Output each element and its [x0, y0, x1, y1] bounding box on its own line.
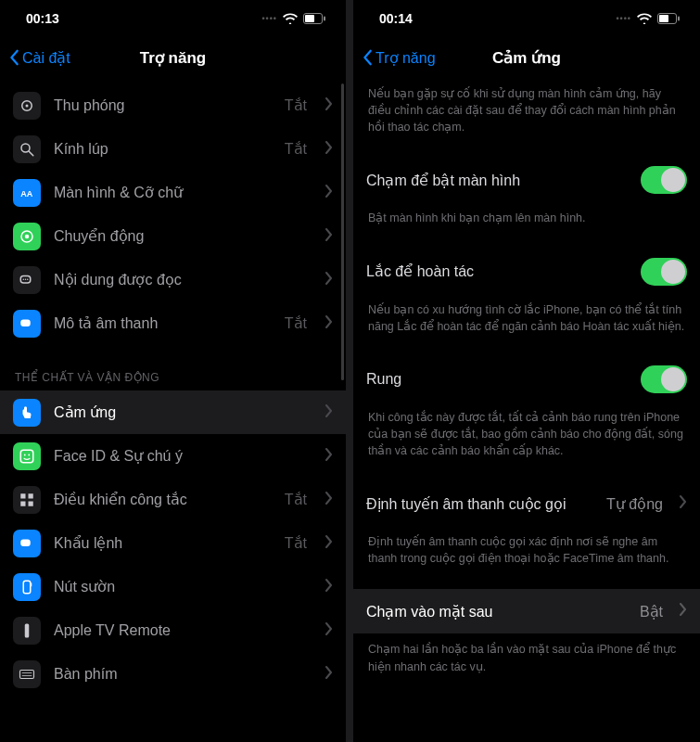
setting-row-zoom[interactable]: Thu phóngTắt: [0, 83, 346, 127]
scrollbar[interactable]: [341, 83, 344, 380]
svg-point-4: [26, 104, 29, 107]
svg-rect-31: [678, 17, 680, 21]
settings-list: Thu phóngTắtKính lúpTắtAAMàn hình & Cỡ c…: [0, 78, 346, 696]
svg-line-6: [29, 151, 33, 156]
svg-rect-18: [20, 493, 25, 498]
back-button[interactable]: Cài đặt: [9, 49, 70, 67]
switch-icon: [13, 486, 41, 514]
chevron-left-icon: [9, 49, 20, 66]
setting-row-face[interactable]: Face ID & Sự chú ý: [0, 434, 346, 478]
row-label: Kính lúp: [54, 141, 272, 158]
chevron-right-icon: [680, 495, 687, 512]
speech-icon: [13, 266, 41, 294]
chevron-right-icon: [325, 492, 333, 508]
setting-row-aa[interactable]: AAMàn hình & Cỡ chữ: [0, 171, 346, 214]
row-label: Chuyển động: [54, 227, 312, 245]
setting-row-speech[interactable]: Nội dung được đọc: [0, 258, 346, 301]
row-label: Mô tả âm thanh: [54, 314, 272, 332]
keyboard-icon: [13, 660, 41, 688]
chevron-right-icon: [325, 228, 333, 245]
svg-rect-14: [20, 319, 31, 326]
row-label: Face ID & Sự chú ý: [54, 447, 312, 465]
call-audio-routing-description: Định tuyến âm thanh cuộc gọi xác định nơ…: [353, 526, 700, 576]
vibration-label: Rung: [366, 371, 630, 388]
intro-description: Nếu bạn gặp sự cố khi sử dụng màn hình c…: [353, 78, 700, 145]
back-tap-row[interactable]: Chạm vào mặt sau Bật: [353, 589, 700, 633]
vibration-row[interactable]: Rung: [353, 357, 700, 402]
chevron-right-icon: [325, 535, 333, 552]
back-tap-label: Chạm vào mặt sau: [366, 603, 629, 620]
cellular-icon: ••••: [261, 14, 277, 23]
chevron-right-icon: [325, 97, 333, 114]
nav-bar: Cài đặt Trợ năng: [0, 37, 346, 78]
row-label: Điều khiển công tắc: [54, 491, 272, 508]
vibration-description: Khi công tắc này được tắt, tất cả cảnh b…: [353, 402, 700, 468]
svg-rect-15: [20, 450, 33, 463]
accessibility-settings-screen: 00:13 •••• Cài đặt Trợ năng Thu phóngTắt…: [0, 0, 346, 742]
row-value: Tắt: [285, 314, 307, 332]
section-header-physical: THỂ CHẤT VÀ VẬN ĐỘNG: [0, 345, 346, 390]
row-label: Nội dung được đọc: [54, 271, 312, 288]
svg-rect-23: [23, 581, 31, 594]
call-audio-routing-value: Tự động: [606, 495, 663, 513]
svg-rect-24: [31, 582, 32, 586]
chevron-left-icon: [363, 49, 374, 66]
svg-rect-26: [20, 670, 34, 678]
svg-rect-25: [25, 623, 30, 637]
touch-settings-screen: 00:14 •••• Trợ năng Cảm ứng Nếu bạn gặp …: [353, 0, 700, 742]
chevron-right-icon: [325, 272, 333, 288]
shake-undo-description: Nếu bạn có xu hướng tình cờ lắc iPhone, …: [353, 294, 700, 344]
shake-undo-row[interactable]: Lắc để hoàn tác: [353, 249, 700, 294]
status-bar: 00:13 ••••: [0, 0, 346, 37]
audiodesc-icon: [13, 310, 41, 338]
back-label: Trợ năng: [375, 49, 436, 67]
setting-row-voice[interactable]: Khẩu lệnhTắt: [0, 521, 346, 565]
tap-to-wake-toggle[interactable]: [641, 166, 687, 194]
tap-to-wake-row[interactable]: Chạm để bật màn hình: [353, 158, 700, 202]
row-label: Thu phóng: [54, 97, 272, 114]
svg-point-17: [28, 454, 30, 455]
magnifier-icon: [13, 135, 41, 163]
svg-point-12: [25, 278, 27, 280]
setting-row-touch[interactable]: Cảm ứng: [0, 390, 346, 434]
vibration-toggle[interactable]: [641, 365, 687, 393]
status-indicators: ••••: [616, 13, 680, 24]
setting-row-sidebtn[interactable]: Nút sườn: [0, 565, 346, 608]
svg-point-16: [24, 454, 26, 455]
svg-point-5: [21, 144, 30, 152]
call-audio-routing-row[interactable]: Định tuyến âm thanh cuộc gọi Tự động: [353, 481, 700, 526]
setting-row-motion[interactable]: Chuyển động: [0, 214, 346, 258]
setting-row-remote[interactable]: Apple TV Remote: [0, 608, 346, 652]
back-button[interactable]: Trợ năng: [363, 49, 436, 67]
row-label: Màn hình & Cỡ chữ: [54, 184, 312, 201]
back-tap-value: Bật: [640, 603, 663, 620]
row-label: Nút sườn: [54, 578, 312, 595]
chevron-right-icon: [325, 404, 333, 421]
chevron-right-icon: [325, 579, 333, 595]
nav-bar: Trợ năng Cảm ứng: [353, 37, 700, 78]
status-time: 00:13: [26, 11, 59, 26]
motion-icon: [13, 223, 41, 250]
setting-row-switch[interactable]: Điều khiển công tắcTắt: [0, 478, 346, 521]
chevron-right-icon: [325, 315, 333, 332]
row-label: Cảm ứng: [54, 403, 312, 421]
setting-row-audiodesc[interactable]: Mô tả âm thanhTắt: [0, 301, 346, 345]
back-label: Cài đặt: [22, 49, 70, 67]
setting-row-magnifier[interactable]: Kính lúpTắt: [0, 127, 346, 171]
chevron-right-icon: [325, 448, 333, 465]
svg-rect-20: [20, 501, 25, 505]
call-audio-routing-label: Định tuyến âm thanh cuộc gọi: [366, 495, 595, 513]
wifi-icon: [637, 13, 652, 24]
tap-to-wake-description: Bật màn hình khi bạn chạm lên màn hình.: [353, 202, 700, 236]
row-value: Tắt: [285, 96, 307, 114]
row-label: Bàn phím: [54, 666, 312, 683]
remote-icon: [13, 617, 41, 645]
tap-to-wake-label: Chạm để bật màn hình: [366, 172, 630, 189]
touch-icon: [13, 399, 41, 427]
chevron-right-icon: [680, 603, 687, 620]
shake-undo-toggle[interactable]: [641, 258, 687, 286]
row-value: Tắt: [285, 534, 307, 552]
svg-rect-22: [20, 539, 31, 546]
setting-row-keyboard[interactable]: Bàn phím: [0, 652, 346, 696]
chevron-right-icon: [325, 185, 333, 201]
